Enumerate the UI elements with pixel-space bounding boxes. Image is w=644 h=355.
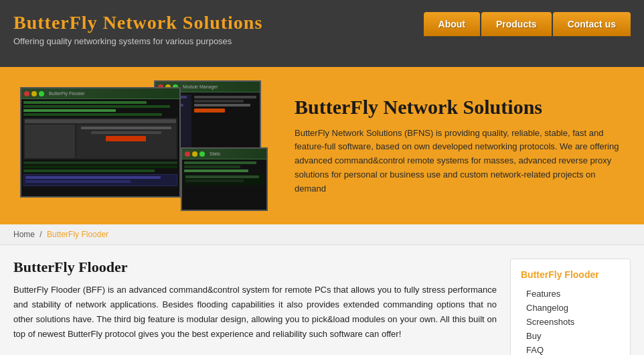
hero-section: ButterFly Flooder: [0, 67, 644, 224]
screenshot-main: ButterFly Flooder: [20, 87, 181, 198]
hero-screenshots: ButterFly Flooder: [20, 80, 274, 211]
page-title: ButterFly Flooder: [13, 259, 497, 276]
breadcrumb-current: ButterFly Flooder: [47, 230, 108, 239]
nav-contact[interactable]: Contact us: [553, 12, 631, 36]
hero-text: ButterFly Network Solutions ButterFly Ne…: [295, 96, 624, 196]
sidebar: ButterFly Flooder Features Changelog Scr…: [510, 259, 631, 355]
main-content: ButterFly Flooder ButterFly Flooder (BFF…: [0, 245, 644, 355]
breadcrumb-separator: /: [39, 230, 42, 239]
nav-products[interactable]: Products: [481, 12, 552, 36]
sidebar-link-buy[interactable]: Buy: [521, 329, 620, 343]
breadcrumb-home[interactable]: Home: [13, 230, 35, 239]
hero-heading: ButterFly Network Solutions: [295, 96, 624, 119]
sidebar-link-changelog[interactable]: Changelog: [521, 301, 620, 315]
site-subtitle: Offering quality networking systems for …: [13, 36, 424, 46]
hero-description: ButterFly Network Solutions (BFNS) is pr…: [295, 127, 624, 196]
site-title: ButterFly Network Solutions: [13, 12, 424, 33]
breadcrumb: Home / ButterFly Flooder: [0, 224, 644, 245]
content-area: ButterFly Flooder ButterFly Flooder (BFF…: [13, 259, 497, 355]
nav-about[interactable]: About: [424, 12, 480, 36]
sidebar-title: ButterFly Flooder: [521, 269, 620, 280]
sidebar-link-screenshots[interactable]: Screenshots: [521, 315, 620, 329]
page-description: ButterFly Flooder (BFF) is an advanced c…: [13, 283, 497, 342]
header: ButterFly Network Solutions Offering qua…: [0, 0, 644, 67]
sidebar-link-features[interactable]: Features: [521, 287, 620, 301]
screenshot-3: Stats: [181, 147, 268, 211]
sidebar-link-faq[interactable]: FAQ: [521, 343, 620, 355]
main-nav: About Products Contact us: [424, 12, 631, 36]
header-branding: ButterFly Network Solutions Offering qua…: [13, 12, 424, 46]
